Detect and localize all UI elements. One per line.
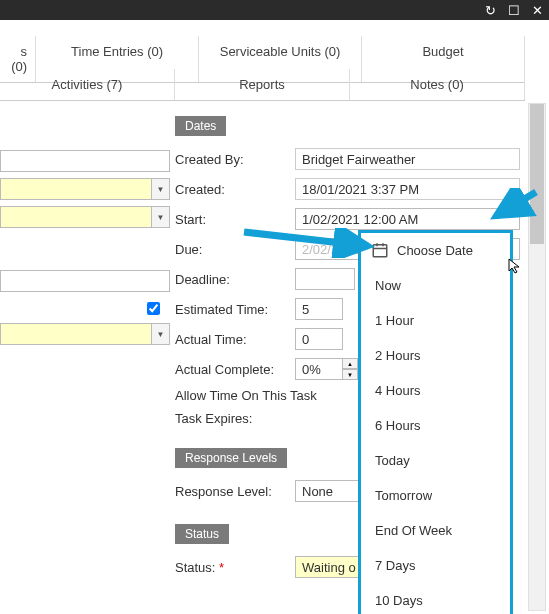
response-level-label: Response Level: bbox=[175, 484, 295, 499]
left-field-4[interactable] bbox=[0, 270, 170, 292]
status-field[interactable]: Waiting o bbox=[295, 556, 365, 578]
status-header: Status bbox=[175, 524, 229, 544]
date-menu-item-10days[interactable]: 10 Days bbox=[361, 583, 510, 614]
task-expires-label: Task Expires: bbox=[175, 411, 295, 426]
left-field-2[interactable] bbox=[0, 178, 152, 200]
due-label: Due: bbox=[175, 242, 295, 257]
left-field-5[interactable] bbox=[0, 323, 152, 345]
est-time-field[interactable]: 5 bbox=[295, 298, 343, 320]
response-levels-header: Response Levels bbox=[175, 448, 287, 468]
calendar-icon bbox=[371, 241, 389, 259]
choose-date-label: Choose Date bbox=[397, 243, 473, 258]
left-column: ▼ ▼ ▼ bbox=[0, 150, 170, 351]
svg-rect-0 bbox=[373, 245, 387, 257]
scroll-thumb[interactable] bbox=[530, 104, 544, 244]
dates-header: Dates bbox=[175, 116, 226, 136]
tab-activities[interactable]: Activities (7) bbox=[0, 69, 175, 100]
chevron-down-icon[interactable]: ▼ bbox=[152, 206, 170, 228]
deadline-field[interactable] bbox=[295, 268, 355, 290]
date-menu-item-endofweek[interactable]: End Of Week bbox=[361, 513, 510, 548]
titlebar: ↻ ☐ ✕ bbox=[0, 0, 549, 20]
created-by-label: Created By: bbox=[175, 152, 295, 167]
refresh-icon[interactable]: ↻ bbox=[485, 3, 496, 18]
left-field-3[interactable] bbox=[0, 206, 152, 228]
maximize-icon[interactable]: ☐ bbox=[508, 3, 520, 18]
deadline-label: Deadline: bbox=[175, 272, 295, 287]
close-icon[interactable]: ✕ bbox=[532, 3, 543, 18]
required-indicator: * bbox=[219, 560, 224, 575]
date-quick-menu: Choose Date Now 1 Hour 2 Hours 4 Hours 6… bbox=[358, 230, 513, 614]
response-level-field[interactable]: None bbox=[295, 480, 365, 502]
spinner-down-icon[interactable]: ▼ bbox=[342, 369, 358, 380]
spinner-up-icon[interactable]: ▲ bbox=[342, 358, 358, 369]
tab-reports[interactable]: Reports bbox=[175, 69, 350, 100]
date-menu-item-tomorrow[interactable]: Tomorrow bbox=[361, 478, 510, 513]
act-time-label: Actual Time: bbox=[175, 332, 295, 347]
chevron-down-icon[interactable]: ▼ bbox=[152, 323, 170, 345]
est-time-label: Estimated Time: bbox=[175, 302, 295, 317]
scrollbar[interactable] bbox=[528, 103, 546, 611]
act-complete-label: Actual Complete: bbox=[175, 362, 295, 377]
chevron-down-icon[interactable]: ▼ bbox=[152, 178, 170, 200]
act-time-field[interactable]: 0 bbox=[295, 328, 343, 350]
date-menu-item-1hour[interactable]: 1 Hour bbox=[361, 303, 510, 338]
date-menu-item-6hours[interactable]: 6 Hours bbox=[361, 408, 510, 443]
date-menu-item-today[interactable]: Today bbox=[361, 443, 510, 478]
created-value: 18/01/2021 3:37 PM bbox=[295, 178, 520, 200]
date-menu-item-4hours[interactable]: 4 Hours bbox=[361, 373, 510, 408]
tabs-row-2: Activities (7) Reports Notes (0) bbox=[0, 69, 525, 101]
start-field[interactable]: 1/02/2021 12:00 AM bbox=[295, 208, 520, 230]
allow-time-label: Allow Time On This Task bbox=[175, 388, 317, 403]
status-label: Status: * bbox=[175, 560, 295, 575]
choose-date-item[interactable]: Choose Date bbox=[361, 233, 510, 268]
created-label: Created: bbox=[175, 182, 295, 197]
spinner[interactable]: ▲▼ bbox=[342, 358, 358, 380]
date-menu-item-2hours[interactable]: 2 Hours bbox=[361, 338, 510, 373]
date-menu-item-7days[interactable]: 7 Days bbox=[361, 548, 510, 583]
cursor-icon bbox=[508, 258, 524, 277]
start-label: Start: bbox=[175, 212, 295, 227]
tab-notes[interactable]: Notes (0) bbox=[350, 69, 525, 100]
act-complete-field[interactable]: 0% bbox=[295, 358, 343, 380]
created-by-value: Bridget Fairweather bbox=[295, 148, 520, 170]
left-field-1[interactable] bbox=[0, 150, 170, 172]
left-checkbox[interactable] bbox=[147, 302, 160, 315]
date-menu-item-now[interactable]: Now bbox=[361, 268, 510, 303]
chevron-down-icon[interactable]: ▼ bbox=[496, 206, 514, 224]
